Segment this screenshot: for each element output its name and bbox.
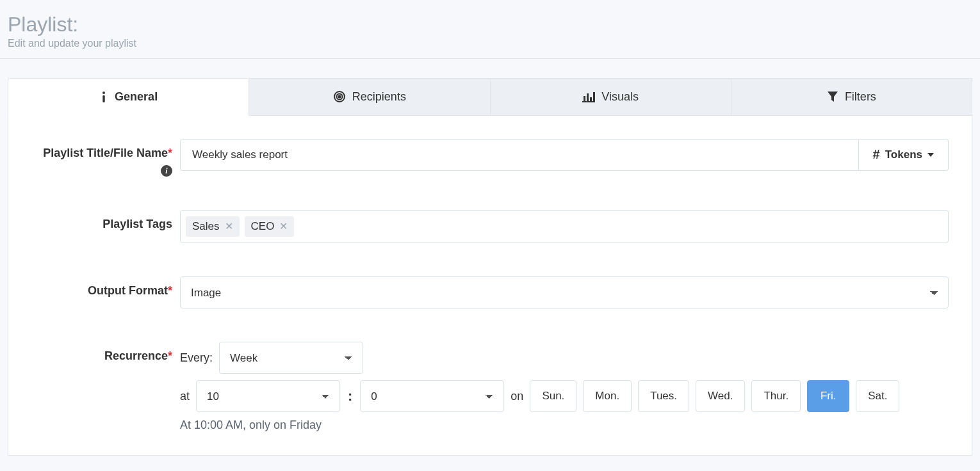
svg-rect-8: [590, 97, 592, 101]
svg-rect-7: [587, 93, 589, 101]
tab-general[interactable]: General: [8, 78, 249, 116]
required-asterisk: *: [168, 284, 172, 297]
funnel-icon: [827, 91, 838, 102]
day-thu[interactable]: Thur.: [751, 380, 801, 412]
recurrence-every-label: Every:: [180, 351, 213, 365]
svg-rect-1: [102, 95, 104, 102]
tab-visuals[interactable]: Visuals: [491, 78, 731, 116]
label-playlist-tags: Playlist Tags: [31, 210, 180, 232]
tab-filters-label: Filters: [845, 90, 876, 104]
svg-rect-9: [593, 92, 595, 101]
svg-point-0: [102, 92, 105, 94]
tag-label: CEO: [251, 220, 275, 233]
target-icon: [333, 90, 346, 103]
tags-input[interactable]: Sales ✕ CEO ✕: [180, 210, 949, 243]
tag-remove-icon[interactable]: ✕: [279, 221, 288, 232]
recurrence-on-label: on: [510, 390, 523, 403]
required-asterisk: *: [168, 147, 172, 159]
day-sat[interactable]: Sat.: [856, 380, 899, 412]
page-title: Playlist:: [8, 13, 972, 36]
time-colon: :: [347, 388, 354, 404]
output-format-select[interactable]: Image: [180, 276, 949, 308]
tag-item-ceo: CEO ✕: [245, 216, 295, 237]
tabs-row: General Recipients Visuals Filters: [8, 78, 972, 116]
page-subtitle: Edit and update your playlist: [8, 38, 972, 49]
label-recurrence: Recurrence*: [31, 342, 180, 363]
tab-recipients[interactable]: Recipients: [249, 78, 490, 116]
tokens-button-label: Tokens: [885, 148, 922, 161]
tab-recipients-label: Recipients: [352, 90, 406, 104]
day-fri[interactable]: Fri.: [807, 380, 849, 412]
tab-visuals-label: Visuals: [601, 90, 639, 104]
page-header: Playlist: Edit and update your playlist: [0, 0, 980, 59]
label-output-format: Output Format*: [31, 276, 180, 298]
tab-general-label: General: [115, 90, 158, 104]
recurrence-minute-select[interactable]: 0: [360, 380, 504, 412]
recurrence-every-select[interactable]: Week: [219, 342, 363, 374]
tag-item-sales: Sales ✕: [186, 216, 240, 237]
hash-icon: #: [873, 147, 880, 162]
tag-remove-icon[interactable]: ✕: [225, 221, 233, 232]
tokens-button[interactable]: # Tokens: [859, 139, 949, 171]
recurrence-summary: At 10:00 AM, only on Friday: [180, 419, 949, 432]
playlist-title-input[interactable]: [180, 139, 859, 171]
label-playlist-title: Playlist Title/File Name* i: [31, 139, 180, 177]
info-circle-icon[interactable]: i: [161, 165, 172, 177]
required-asterisk: *: [168, 349, 172, 362]
svg-rect-5: [582, 101, 595, 102]
tab-filters[interactable]: Filters: [731, 78, 972, 116]
day-mon[interactable]: Mon.: [583, 380, 632, 412]
panel-general: Playlist Title/File Name* i # Tokens Pla…: [8, 116, 972, 456]
recurrence-at-label: at: [180, 390, 190, 403]
day-wed[interactable]: Wed.: [696, 380, 745, 412]
bar-chart-icon: [582, 91, 595, 102]
svg-rect-6: [584, 96, 585, 101]
day-sun[interactable]: Sun.: [530, 380, 576, 412]
title-input-group: # Tokens: [180, 139, 949, 171]
recurrence-hour-select[interactable]: 10: [196, 380, 340, 412]
svg-point-4: [338, 96, 340, 98]
day-tue[interactable]: Tues.: [638, 380, 689, 412]
chevron-down-icon: [927, 153, 934, 157]
tag-label: Sales: [192, 220, 220, 233]
info-icon: [99, 91, 108, 102]
